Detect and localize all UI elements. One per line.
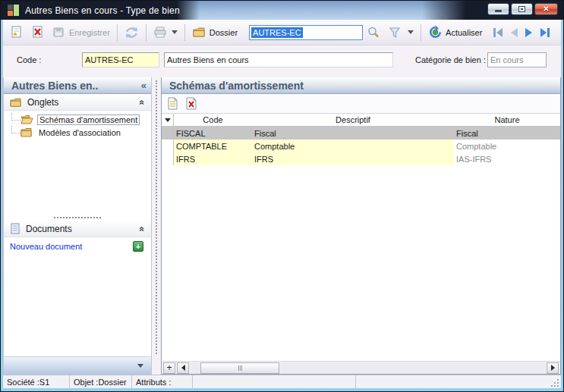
search-button[interactable] [363,24,384,42]
folder-icon [20,127,33,137]
code-search-input[interactable]: AUTRES-EC [249,25,363,40]
actualiser-icon [428,25,443,39]
filter-dropdown-icon[interactable] [408,30,414,34]
tree-item-label: Schémas d'amortissement [37,114,140,125]
new-document-row: Nouveau document + [4,237,151,254]
onglets-label: Onglets [27,97,140,108]
table-empty-area [162,165,560,361]
main-toolbar: Enregistrer [3,20,561,45]
collapse-group-icon[interactable]: « [137,99,148,105]
maximize-button[interactable] [511,3,533,15]
description-field[interactable]: Autres Biens en cours [164,52,393,67]
sidebar-title: Autres Biens en.. [11,80,141,92]
cell-nature[interactable]: Fiscal [454,127,560,140]
cell-descriptif[interactable]: Comptable [252,140,454,152]
refresh-button[interactable] [121,24,143,42]
code-search-value: AUTRES-EC [251,27,303,38]
cell-nature[interactable]: Comptable [454,140,560,152]
column-header-code[interactable]: Code [174,114,252,126]
table-options-button[interactable] [162,114,174,126]
dossier-button-label: Dossier [210,28,238,37]
nav-last-button[interactable] [539,27,551,38]
separator [184,24,185,41]
save-button[interactable]: Enregistrer [49,24,114,42]
scroll-left-button[interactable] [177,362,189,374]
status-empty [193,375,356,388]
add-document-button[interactable]: + [133,241,143,252]
close-button[interactable]: ✕ [534,3,558,15]
onglets-group-header[interactable]: Onglets « [4,94,151,111]
collapse-panel-icon[interactable]: « [141,80,147,91]
sidebar-header[interactable]: Autres Biens en.. « [4,77,151,94]
horizontal-splitter[interactable] [4,215,151,221]
scrollbar-track[interactable] [190,362,546,374]
add-row-icon[interactable] [167,97,178,110]
panel-splitter[interactable] [152,77,161,375]
new-button[interactable] [6,24,27,42]
delete-row-icon[interactable] [185,97,197,110]
filter-button[interactable] [384,24,417,42]
print-dropdown-icon[interactable] [172,30,178,34]
row-gutter [162,140,174,152]
status-attributs: Attributs : [132,375,193,388]
folder-icon [10,97,22,108]
add-column-button[interactable]: + [163,362,175,374]
nav-first-button[interactable] [492,27,504,38]
scroll-right-button[interactable] [547,362,559,374]
row-gutter [162,127,174,140]
separator [421,24,421,41]
cell-descriptif[interactable]: Fiscal [252,127,454,140]
open-folder-icon [20,114,33,124]
title-bar[interactable]: Autres Biens en cours - Type de bien ✕ [1,1,563,20]
close-icon: ✕ [543,4,549,14]
tree-connector [11,113,20,121]
new-document-link[interactable]: Nouveau document [10,242,133,251]
code-field[interactable]: AUTRES-EC [82,52,159,67]
save-button-label: Enregistrer [69,28,110,37]
row-gutter [162,152,174,165]
column-header-descriptif[interactable]: Descriptif [252,114,454,126]
print-button[interactable] [150,24,181,42]
new-page-icon [10,26,24,39]
cell-nature[interactable]: IAS-IFRS [454,152,560,165]
refresh-data-button[interactable]: Actualiser [424,24,486,42]
documents-group-header[interactable]: Documents « [4,221,151,237]
table-row[interactable]: COMPTABLE Comptable Comptable [162,140,560,152]
window: Autres Biens en cours - Type de bien ✕ [0,0,564,392]
collapse-group-icon[interactable]: « [137,226,148,231]
main-panel-title: Schémas d'amortissement [169,80,304,92]
dropdown-icon [165,118,171,122]
schemas-table: Code Descriptif Nature FISCAL Fiscal Fis… [162,114,560,361]
folder-icon [192,26,206,39]
app-logo-icon [8,5,19,16]
status-empty [356,375,551,388]
delete-icon [31,26,45,39]
column-header-nature[interactable]: Nature [454,114,560,126]
nav-previous-button[interactable] [509,27,519,38]
document-icon [10,223,20,234]
horizontal-scrollbar[interactable]: + [162,361,560,374]
table-row[interactable]: IFRS IFRS IAS-IFRS [162,152,560,165]
tree-item-modeles[interactable]: Modèles d'association [11,126,151,139]
dossier-button[interactable]: Dossier [188,24,241,42]
cell-code[interactable]: FISCAL [174,127,252,140]
category-field-value: En cours [490,55,523,64]
cell-descriptif[interactable]: IFRS [252,152,454,165]
separator [117,24,118,41]
table-row[interactable]: FISCAL Fiscal Fiscal [162,127,560,140]
chevron-down-icon[interactable] [137,364,143,368]
tree-connector [11,126,20,133]
main-panel: Schémas d'amortissement [161,77,561,375]
minimize-button[interactable] [487,3,509,15]
delete-button[interactable] [27,24,49,42]
status-bar: Société :S1 Objet :Dossier Attributs : [3,375,561,388]
nav-next-button[interactable] [524,27,534,38]
description-field-value: Autres Biens en cours [167,55,249,64]
category-label: Catégorie de bien : [415,55,486,64]
scrollbar-thumb[interactable] [200,362,279,374]
cell-code[interactable]: COMPTABLE [174,140,252,152]
resize-grip[interactable] [551,379,559,387]
tree-item-schemas[interactable]: Schémas d'amortissement [11,113,151,126]
cell-code[interactable]: IFRS [174,152,252,165]
status-societe: Société :S1 [3,375,70,388]
